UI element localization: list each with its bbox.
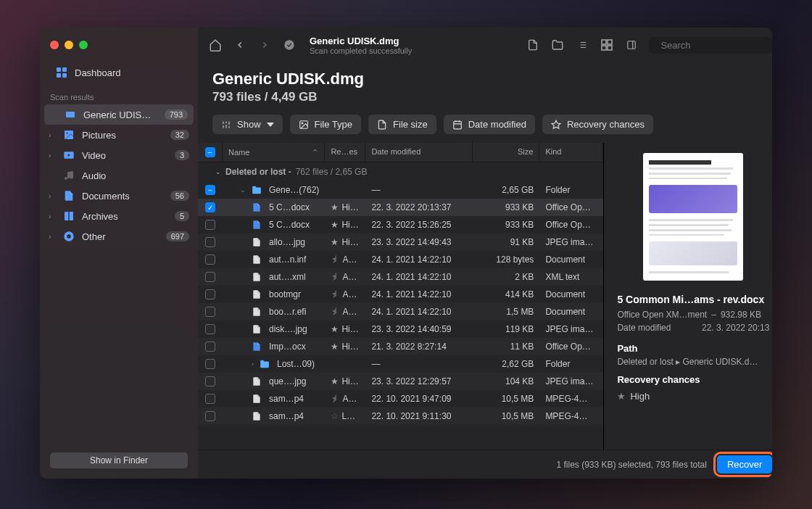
svg-point-37 [302, 123, 303, 124]
footer: 1 files (933 KB) selected, 793 files tot… [198, 450, 772, 479]
recover-button[interactable]: Recover [717, 455, 772, 473]
file-icon [252, 324, 262, 334]
table-row[interactable]: bootmgr⯨A…24. 1. 2021 14:22:10414 KBDocu… [198, 286, 603, 303]
file-name: aut…n.inf [269, 255, 306, 265]
file-name: sam…p4 [269, 411, 304, 421]
window-controls [40, 28, 198, 62]
recovery-text: Hi… [341, 342, 358, 352]
filesize-filter[interactable]: File size [368, 115, 436, 134]
table-row[interactable]: disk….jpg★Hi…23. 3. 2022 14:40:59119 KBJ… [198, 320, 603, 338]
recovery-text: Hi… [341, 220, 358, 230]
table-row[interactable]: sam…p4⯨A…22. 10. 2021 9:47:0910,5 MBMPEG… [198, 390, 603, 407]
show-in-finder-button[interactable]: Show in Finder [50, 452, 188, 468]
recovery-text: Hi… [341, 237, 358, 247]
sidebar-item-pictures[interactable]: ›Pictures32 [40, 125, 198, 145]
search-input[interactable] [660, 40, 772, 51]
file-name: allo….jpg [269, 237, 305, 247]
chevron-right-icon: › [49, 233, 56, 241]
file-size: 933 KB [473, 202, 539, 212]
file-date: 21. 3. 2022 8:27:14 [365, 342, 473, 352]
file-icon [252, 411, 262, 421]
sidebar-item-other[interactable]: ›Other697 [40, 226, 198, 247]
group-header[interactable]: ⌄ Deleted or lost - 762 files / 2,65 GB [198, 162, 603, 181]
row-checkbox[interactable] [205, 324, 215, 334]
count-badge: 697 [166, 231, 189, 241]
header-name[interactable]: Name ⌃ [223, 143, 325, 162]
row-checkbox[interactable] [205, 359, 215, 369]
row-checkbox[interactable] [205, 289, 215, 299]
file-name: Imp…ocx [269, 342, 306, 352]
row-checkbox[interactable] [205, 376, 215, 386]
svg-rect-4 [66, 112, 75, 117]
table-row[interactable]: sam…p4☆L…22. 10. 2021 9:11:3010,5 MBMPEG… [198, 407, 603, 425]
row-checkbox[interactable] [205, 342, 215, 352]
file-kind: JPEG ima… [539, 324, 603, 334]
date-filter[interactable]: Date modified [444, 115, 535, 134]
row-checkbox[interactable] [205, 255, 215, 265]
file-date: — [365, 185, 473, 195]
calendar-icon [452, 120, 463, 130]
panel-button[interactable] [624, 40, 639, 50]
zoom-window-button[interactable] [79, 41, 88, 49]
video-icon [63, 149, 75, 161]
chevron-right-icon: › [49, 212, 56, 220]
file-kind: Folder [539, 185, 603, 195]
close-window-button[interactable] [50, 41, 59, 49]
grid-view-button[interactable] [600, 39, 614, 51]
sidebar-item-archives[interactable]: ›Archives5 [40, 206, 198, 226]
file-date: — [365, 359, 473, 369]
header-check[interactable]: − [198, 143, 223, 162]
table-row[interactable]: que….jpg★Hi…23. 3. 2022 12:29:57104 KBJP… [198, 373, 603, 390]
table-row[interactable]: Imp…ocx★Hi…21. 3. 2022 8:27:1411 KBOffic… [198, 338, 603, 355]
folder-icon [252, 185, 262, 195]
header-size[interactable]: Size [473, 143, 539, 162]
half-star-icon: ⯨ [331, 394, 339, 404]
list-view-button[interactable] [575, 40, 589, 50]
header-kind[interactable]: Kind [539, 143, 603, 162]
table-row[interactable]: aut…n.inf⯨A…24. 1. 2021 14:22:10128 byte… [198, 251, 603, 268]
search-field[interactable] [649, 37, 772, 54]
new-file-button[interactable] [526, 38, 540, 51]
file-kind: JPEG ima… [539, 237, 603, 247]
folder-button[interactable] [550, 39, 565, 51]
row-checkbox[interactable]: ✓ [205, 202, 215, 212]
back-button[interactable] [233, 40, 247, 50]
home-button[interactable] [208, 38, 223, 51]
table-row[interactable]: 5 C…docx★Hi…22. 3. 2022 15:26:25933 KBOf… [198, 216, 603, 233]
table-body[interactable]: ⌄ Deleted or lost - 762 files / 2,65 GB … [198, 162, 603, 450]
row-checkbox[interactable] [205, 394, 215, 404]
sidebar-item-video[interactable]: ›Video3 [40, 145, 198, 165]
row-checkbox[interactable] [205, 220, 215, 230]
table-row[interactable]: −⌄Gene…(762)—2,65 GBFolder [198, 181, 603, 199]
file-name: Lost…09) [277, 359, 315, 369]
sidebar-item-audio[interactable]: Audio [40, 165, 198, 186]
row-checkbox[interactable] [205, 272, 215, 282]
show-filter[interactable]: Show [212, 115, 283, 134]
file-size: 2,65 GB [473, 185, 539, 195]
file-name: 5 C…docx [269, 220, 310, 230]
sidebar-item-genericudiskd[interactable]: Generic UDISK.d...793 [44, 104, 194, 125]
minimize-window-button[interactable] [65, 41, 73, 49]
row-checkbox[interactable]: − [205, 185, 215, 195]
row-checkbox[interactable] [205, 237, 215, 247]
header-recovery[interactable]: Re…es [325, 143, 365, 162]
select-all-checkbox[interactable]: − [205, 147, 215, 157]
recovery-filter[interactable]: Recovery chances [542, 115, 653, 134]
table-row[interactable]: ›Lost…09)—2,62 GBFolder [198, 355, 603, 373]
filetype-filter[interactable]: File Type [290, 115, 362, 134]
row-checkbox[interactable] [205, 411, 215, 421]
table-row[interactable]: aut….xml⯨A…24. 1. 2021 14:22:102 KBXML t… [198, 268, 603, 286]
table-row[interactable]: ✓5 C…docx★Hi…22. 3. 2022 20:13:37933 KBO… [198, 199, 603, 216]
table-row[interactable]: allo….jpg★Hi…23. 3. 2022 14:49:4391 KBJP… [198, 233, 603, 251]
file-size: 11 KB [473, 342, 539, 352]
nav-dashboard[interactable]: Dashboard [40, 62, 198, 83]
forward-button[interactable] [257, 40, 272, 50]
file-date: 24. 1. 2021 14:22:10 [365, 272, 473, 282]
star-icon [551, 120, 561, 130]
table-row[interactable]: boo…r.efi⯨A…24. 1. 2021 14:22:101,5 MBDo… [198, 303, 603, 320]
row-checkbox[interactable] [205, 307, 215, 317]
sidebar-item-documents[interactable]: ›Documents56 [40, 186, 198, 206]
chevron-right-icon: › [49, 192, 56, 200]
count-badge: 32 [170, 130, 189, 140]
header-date[interactable]: Date modified [365, 143, 473, 162]
